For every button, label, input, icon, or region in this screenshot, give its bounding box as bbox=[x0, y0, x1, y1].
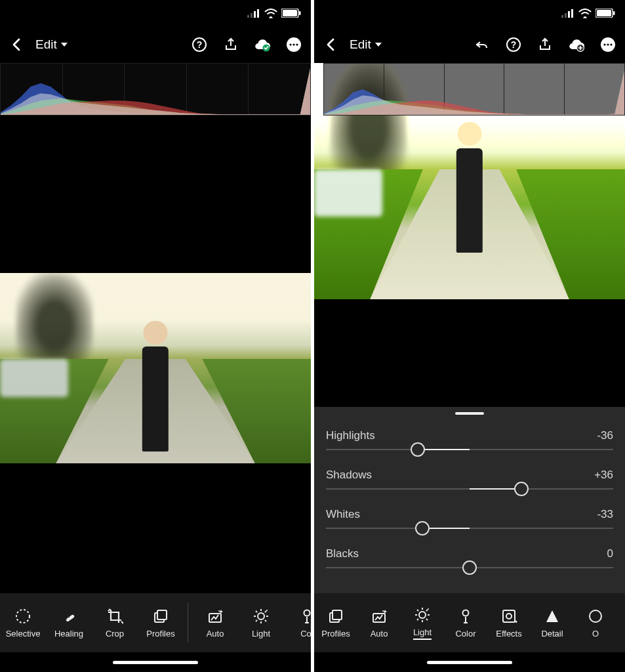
svg-point-13 bbox=[296, 43, 298, 45]
tool-healing[interactable]: Healing bbox=[46, 608, 92, 639]
tool-color[interactable]: Col bbox=[284, 608, 311, 639]
histogram-chart bbox=[324, 64, 624, 115]
slider-track[interactable] bbox=[326, 567, 613, 568]
slider-label: Blacks bbox=[326, 547, 359, 560]
tool-profiles[interactable]: Profiles bbox=[314, 608, 357, 639]
back-icon[interactable] bbox=[322, 35, 340, 54]
slider-value: -33 bbox=[597, 508, 613, 521]
histogram[interactable] bbox=[0, 63, 311, 116]
svg-point-17 bbox=[68, 616, 70, 617]
svg-rect-34 bbox=[565, 13, 567, 18]
slider-thumb[interactable] bbox=[411, 442, 425, 457]
tool-auto[interactable]: Auto bbox=[357, 608, 401, 639]
signal-icon bbox=[247, 9, 260, 18]
tool-bar: ProfilesAutoLightColorEffectsDetailO bbox=[314, 593, 625, 652]
tool-light[interactable]: Light bbox=[401, 606, 444, 640]
slider-whites[interactable]: Whites-33 bbox=[326, 508, 613, 529]
home-indicator[interactable] bbox=[314, 652, 625, 672]
svg-line-58 bbox=[426, 610, 428, 611]
svg-rect-39 bbox=[613, 11, 615, 15]
more-icon[interactable] bbox=[285, 35, 303, 54]
slider-highlights[interactable]: Highlights-36 bbox=[326, 429, 613, 450]
share-icon[interactable] bbox=[536, 35, 554, 54]
slider-thumb[interactable] bbox=[415, 521, 430, 536]
svg-point-22 bbox=[258, 613, 264, 620]
healing-icon bbox=[60, 608, 77, 625]
tool-detail[interactable]: Detail bbox=[531, 608, 574, 639]
tool-auto[interactable]: Auto bbox=[192, 608, 238, 639]
tool-label: Auto bbox=[207, 629, 224, 639]
slider-track[interactable] bbox=[326, 488, 613, 490]
tool-crop[interactable]: Crop bbox=[92, 608, 138, 639]
slider-track[interactable] bbox=[326, 528, 613, 529]
wifi-icon bbox=[578, 9, 592, 18]
tool-color[interactable]: Color bbox=[444, 608, 487, 639]
mode-dropdown[interactable]: Edit bbox=[350, 37, 382, 52]
color-icon bbox=[457, 608, 474, 625]
svg-rect-2 bbox=[254, 11, 256, 18]
wifi-icon bbox=[264, 9, 277, 18]
home-indicator[interactable] bbox=[0, 652, 311, 672]
slider-shadows[interactable]: Shadows+36 bbox=[326, 469, 613, 490]
photo-preview[interactable] bbox=[0, 273, 311, 463]
histogram[interactable] bbox=[323, 63, 625, 116]
slider-thumb[interactable] bbox=[462, 560, 477, 575]
svg-point-46 bbox=[610, 43, 612, 45]
profiles-icon bbox=[152, 608, 169, 625]
tool-label: Detail bbox=[541, 629, 563, 639]
tool-label: Auto bbox=[371, 629, 388, 639]
slider-value: -36 bbox=[597, 429, 613, 442]
panel-drag-handle[interactable] bbox=[455, 412, 484, 415]
svg-point-32 bbox=[304, 610, 310, 616]
help-icon[interactable]: ? bbox=[190, 35, 209, 54]
help-icon[interactable]: ? bbox=[504, 35, 523, 54]
more-icon[interactable] bbox=[599, 35, 617, 54]
histogram-chart bbox=[1, 64, 310, 115]
svg-line-29 bbox=[265, 611, 266, 612]
effects-icon bbox=[500, 608, 517, 625]
cloud-unsynced-icon[interactable] bbox=[567, 35, 586, 54]
tool-profiles[interactable]: Profiles bbox=[138, 608, 184, 639]
light-icon bbox=[252, 608, 270, 625]
slider-thumb[interactable] bbox=[514, 482, 529, 496]
status-bar bbox=[0, 0, 311, 26]
cloud-synced-icon[interactable] bbox=[253, 35, 272, 54]
slider-blacks[interactable]: Blacks0 bbox=[326, 547, 613, 568]
crop-icon bbox=[106, 608, 123, 625]
undo-icon[interactable] bbox=[473, 35, 491, 54]
svg-rect-15 bbox=[66, 614, 75, 621]
right-screenshot: Edit ? Highlig bbox=[314, 0, 625, 672]
svg-line-57 bbox=[426, 619, 428, 620]
svg-rect-35 bbox=[568, 11, 570, 18]
color-icon bbox=[298, 608, 311, 625]
svg-line-27 bbox=[256, 611, 257, 612]
top-bar: Edit ? bbox=[314, 26, 625, 63]
tool-label: Effects bbox=[496, 629, 522, 639]
selective-icon bbox=[14, 608, 31, 625]
svg-line-28 bbox=[265, 620, 266, 621]
slider-track[interactable] bbox=[326, 449, 613, 450]
auto-icon bbox=[207, 608, 224, 625]
tool-label: Profiles bbox=[146, 629, 174, 639]
tool-optics[interactable]: O bbox=[574, 608, 617, 639]
mode-dropdown[interactable]: Edit bbox=[35, 37, 68, 52]
detail-icon bbox=[544, 608, 561, 625]
tool-selective[interactable]: Selective bbox=[0, 608, 46, 639]
svg-line-30 bbox=[256, 620, 257, 621]
tool-label: Col bbox=[300, 629, 311, 639]
back-icon[interactable] bbox=[8, 35, 26, 54]
light-sliders-panel: Highlights-36Shadows+36Whites-33Blacks0 bbox=[314, 407, 625, 593]
tool-light[interactable]: Light bbox=[238, 608, 284, 639]
svg-line-59 bbox=[417, 619, 418, 620]
tool-label: Healing bbox=[54, 629, 83, 639]
tool-label: Profiles bbox=[321, 629, 350, 639]
tool-label: Light bbox=[413, 627, 432, 640]
svg-point-64 bbox=[514, 621, 515, 623]
svg-text:?: ? bbox=[511, 39, 517, 50]
svg-rect-48 bbox=[333, 610, 342, 620]
battery-icon bbox=[595, 9, 615, 18]
tool-effects[interactable]: Effects bbox=[487, 608, 531, 639]
svg-rect-0 bbox=[247, 15, 249, 18]
slider-value: 0 bbox=[607, 547, 613, 560]
share-icon[interactable] bbox=[222, 35, 240, 54]
